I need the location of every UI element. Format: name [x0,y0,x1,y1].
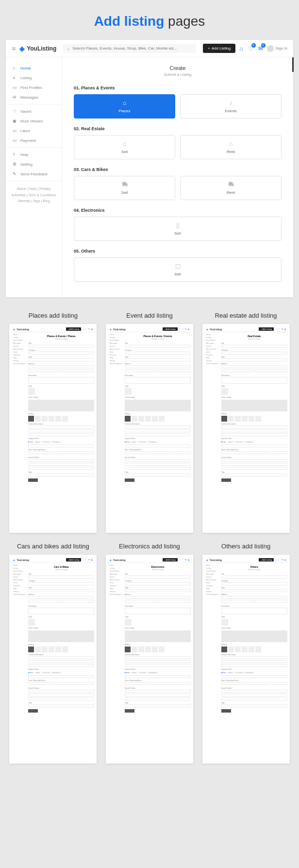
message-icon[interactable]: ✉5 [258,45,263,52]
main-screenshot: ≡ ◈ YouListing ⌕ + Add Listing ⌂ ♡5 ✉5 S… [6,40,293,297]
sidebar-item-help[interactable]: ?Help [6,150,62,159]
header-icons: ⌂ ♡5 ✉5 [239,45,263,52]
category-icon: ⌂ [123,140,126,147]
category-icon: ▢ [175,263,181,270]
thumb-preview: ◈YouListing+ Add Listing⌂♡✉◐HomeListingF… [9,555,97,764]
sidebar-footer: About | Faq's | Privacy Advertise | Term… [6,181,62,209]
logo[interactable]: ◈ YouListing [19,45,56,52]
topbar: ≡ ◈ YouListing ⌕ + Add Listing ⌂ ♡5 ✉5 S… [6,40,293,57]
sidebar-icon: ≡ [13,75,17,80]
thumb-preview: ◈YouListing+ Add Listing⌂♡✉◐HomeListingF… [202,324,290,533]
category-label: 04. Electronics [74,208,282,213]
sidebar-item-setting[interactable]: ⚙Setting [6,159,62,169]
add-listing-button[interactable]: + Add Listing [203,44,235,53]
thumb-title: Places add listing [9,312,97,319]
category-option-events[interactable]: ♪Events [180,94,282,119]
search-icon: ⌕ [67,46,70,51]
category-icon: ⛟ [228,181,234,188]
sidebar-icon: ▭ [13,85,17,90]
logo-icon: ◈ [19,45,25,52]
thumb-preview: ◈YouListing+ Add Listing⌂♡✉◐HomeListingF… [106,324,193,533]
sidebar-item-payment[interactable]: ▭Payment [6,136,62,145]
sidebar-icon: ◉ [13,119,17,123]
thumb-preview: ◈YouListing+ Add Listing⌂♡✉◐HomeListingF… [202,555,290,764]
main-content: Create Submit a Listing 01. Places & Eve… [62,57,293,297]
thumb-preview: ◈YouListing+ Add Listing⌂♡✉◐HomeListingF… [9,324,97,533]
sidebar-item-send-feedback[interactable]: ✎Send Feedback [6,169,62,179]
category-option-sell[interactable]: ⌂Sell [74,135,175,159]
thumb-title: Event add listing [106,312,193,319]
category-icon: ⛟ [122,181,128,188]
sidebar-item-messages[interactable]: ✉Messages [6,92,62,102]
create-title: Create [74,65,282,71]
category-icon: ⌂ [123,100,126,106]
thumb-preview: ◈YouListing+ Add Listing⌂♡✉◐HomeListingF… [106,555,193,764]
search-input[interactable] [72,46,192,51]
home-icon[interactable]: ⌂ [239,45,243,52]
sidebar-item-listing[interactable]: ≡Listing [6,73,62,83]
sidebar-item-most-viewed[interactable]: ◉Most Viewed [6,116,62,126]
category-label: 01. Places & Events [74,85,282,90]
avatar-icon [267,45,274,52]
signin-button[interactable]: Sign in [267,45,287,52]
sidebar-icon: ✎ [13,171,17,176]
category-option-sell[interactable]: ▯Sell [74,217,282,241]
sidebar: ⌂Home≡Listing▭Find Profiles✉Messages ♡Sa… [6,57,62,297]
sidebar-item-find-profiles[interactable]: ▭Find Profiles [6,83,62,92]
category-option-sell[interactable]: ⛟Sell [74,176,175,200]
category-icon: ▯ [176,222,180,229]
thumb-title: Real estate add listing [202,312,290,319]
sidebar-icon: ⚙ [13,162,17,167]
thumb-title: Electronics add listing [106,543,193,550]
hamburger-icon[interactable]: ≡ [12,45,16,52]
plus-icon: + [208,46,210,51]
scrollbar-thumb[interactable] [292,57,294,72]
category-option-places[interactable]: ⌂Places [74,94,175,119]
sidebar-icon: ✉ [13,95,17,100]
thumb-title: Cars and bikes add listing [9,543,97,550]
notification-icon[interactable]: ♡5 [248,45,253,52]
sidebar-icon: ⌂ [13,66,17,70]
category-label: 02. Real Estate [74,126,282,131]
create-subtitle: Submit a Listing [74,72,282,77]
brand-text: YouListing [27,45,56,52]
category-option-rent[interactable]: ⌂Rent [180,135,282,159]
sidebar-icon: ? [13,152,17,157]
category-icon: ⌂ [229,140,233,147]
page-heading: Add listing pages [0,0,299,40]
sidebar-item-saved[interactable]: ♡Saved [6,106,62,116]
thumb-title: Others add listing [202,543,290,550]
category-label: 05. Others [74,249,282,254]
category-label: 03. Cars & Bikes [74,167,282,172]
category-option-rent[interactable]: ⛟Rent [180,176,282,200]
sidebar-item-home[interactable]: ⌂Home [6,63,62,73]
sidebar-icon: ▭ [13,138,17,143]
sidebar-icon: ▭ [13,128,17,133]
category-icon: ♪ [230,100,233,106]
sidebar-item-liked[interactable]: ▭Liked [6,126,62,136]
sidebar-icon: ♡ [13,109,17,114]
category-option-sell[interactable]: ▢Sell [74,257,282,282]
thumbnails-area: Places add listing◈YouListing+ Add Listi… [0,297,299,798]
search-box[interactable]: ⌕ [63,44,196,53]
